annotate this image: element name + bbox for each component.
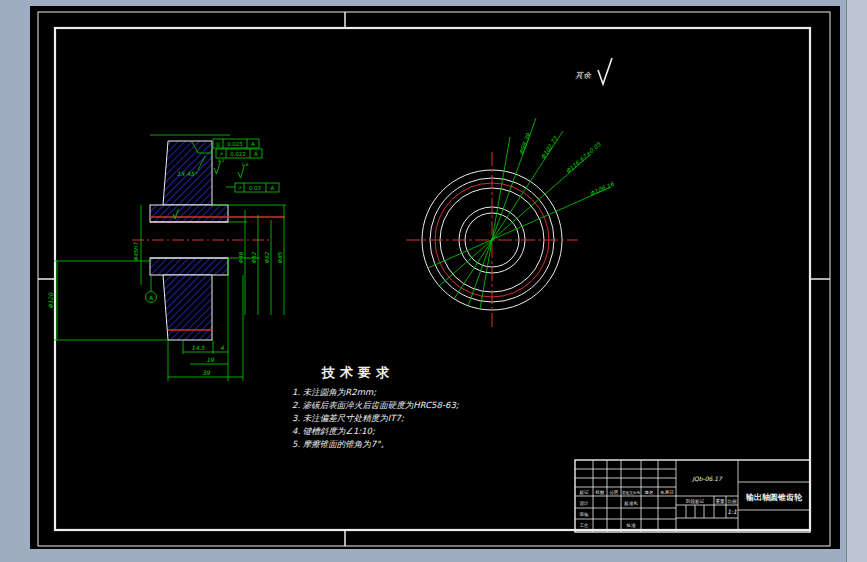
- tb-label-design: 设计: [580, 500, 590, 506]
- dim-w39: 39: [202, 369, 211, 376]
- roughness-check-icon: [598, 58, 612, 84]
- fcf3-symbol: ↗: [237, 185, 242, 191]
- dim-w4: 4: [220, 344, 224, 351]
- surface-note-text: 其余: [575, 71, 592, 80]
- cad-viewer-background: 其余: [0, 0, 867, 562]
- tech-req-title: 技术要求: [321, 365, 394, 380]
- vertical-scrollbar[interactable]: [846, 0, 867, 562]
- drawing-sheet: 其余: [30, 6, 840, 549]
- fcf3-datum: A: [271, 185, 275, 191]
- fcf2-tolerance: 0.022: [230, 151, 246, 157]
- tb-label-standardize: 标准化: [623, 500, 638, 507]
- tb-label-weight: 重量: [716, 498, 726, 504]
- roughness-value-2: 1.6: [241, 162, 248, 167]
- tb-label-stage: 阶段标记: [686, 498, 705, 505]
- tech-requirements: 技术要求 1. 未注圆角为R2mm; 2. 渗碳后表面淬火后齿面硬度为HRC58…: [292, 365, 459, 449]
- fcf2-datum: A: [254, 151, 258, 157]
- tb-scale-value: 1:1: [727, 508, 737, 515]
- tech-req-item-2: 2. 渗碳后表面淬火后齿面硬度为HRC58-63;: [292, 400, 459, 410]
- fcf1-symbol: ◎: [216, 141, 221, 147]
- chamfer-label: 1X 45°: [177, 170, 198, 177]
- fcf3-tolerance: 0.03: [249, 185, 262, 191]
- tb-label-process: 工艺: [580, 522, 590, 528]
- section-view: ◎ 0.025 A ↗ 0.022 A ↗ 0.03 A 1X 45° 3.2 …: [47, 135, 286, 381]
- tb-label-count: 处数: [596, 489, 606, 495]
- title-block: 标记 处数 分区 更改文件号 签名 年月日 设计 标准化 审核 工艺 批准 阶段…: [575, 460, 810, 532]
- fcf1-tolerance: 0.025: [227, 141, 243, 147]
- surface-finish-note: 其余: [575, 58, 612, 84]
- tb-label-date: 年月日: [660, 490, 674, 495]
- tb-label-check: 审核: [580, 512, 590, 517]
- radial-dim-2: Φ102.77: [539, 134, 560, 160]
- tb-label-mark: 标记: [579, 489, 590, 496]
- roughness-value-1: 3.2: [217, 158, 224, 163]
- radial-dim-4: Φ106.16: [589, 180, 616, 197]
- tb-label-approve: 批准: [626, 523, 637, 528]
- front-view: Φ98.39 Φ102.77 Φ116.67±0.05 Φ106.16: [406, 118, 616, 330]
- tb-label-scale: 比例: [728, 499, 738, 505]
- tb-label-change-doc: 更改文件号: [622, 490, 640, 495]
- tb-label-zone: 分区: [610, 489, 620, 495]
- datum-letter: A: [149, 294, 154, 301]
- tb-label-sign: 签名: [645, 490, 654, 495]
- fcf1-datum: A: [251, 141, 255, 147]
- dim-bore: Φ45H7: [133, 241, 139, 261]
- dim-w14-5: 14.5: [191, 344, 206, 351]
- drawing-canvas: 其余: [30, 6, 840, 549]
- tb-drawing-number: JQb-06.17: [691, 475, 723, 483]
- tb-part-name: 输出轴圆锥齿轮: [745, 493, 803, 502]
- fcf2-symbol: ↗: [219, 151, 224, 157]
- tech-req-item-5: 5. 摩擦锥面的锥角为7°。: [292, 439, 389, 449]
- dim-d85: Φ85: [277, 252, 283, 264]
- radial-dim-3: Φ116.67±0.05: [564, 140, 603, 175]
- tech-req-item-4: 4. 键槽斜度为∠1:10;: [292, 426, 375, 436]
- tech-req-item-3: 3. 未注偏差尺寸处精度为IT7;: [292, 413, 404, 423]
- dim-w19: 19: [206, 356, 215, 363]
- dim-d62: Φ62: [264, 252, 270, 264]
- radial-dim-1: Φ98.39: [517, 131, 531, 155]
- tech-req-item-1: 1. 未注圆角为R2mm;: [292, 387, 376, 397]
- dim-outer: Φ120: [47, 292, 54, 309]
- dim-d52: Φ52: [251, 252, 257, 264]
- dim-d48: Φ48: [238, 252, 244, 264]
